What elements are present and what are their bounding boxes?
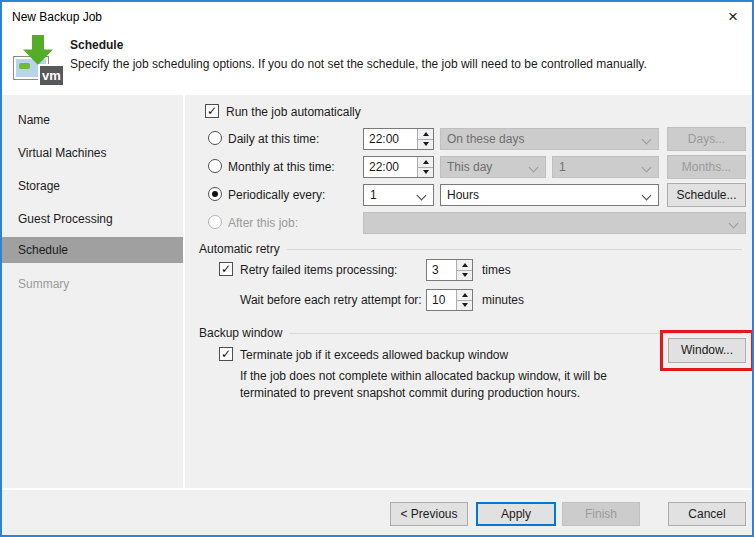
retry-wait-minutes-input[interactable]: 10 <box>426 289 473 311</box>
step-description: Specify the job scheduling options. If y… <box>70 57 647 71</box>
check-icon: ✓ <box>221 348 231 360</box>
schedule-settings-panel: ✓ Run the job automatically Daily at thi… <box>187 95 752 488</box>
wizard-steps-sidebar: Name Virtual Machines Storage Guest Proc… <box>2 95 185 488</box>
monthly-time-down-button[interactable] <box>418 167 433 178</box>
run-automatically-label: Run the job automatically <box>226 104 361 120</box>
backup-window-group-header: Backup window <box>199 326 742 340</box>
sidebar-item-summary: Summary <box>2 271 183 297</box>
after-job-select <box>363 212 746 234</box>
chevron-down-icon <box>642 191 652 201</box>
daily-time-up-button[interactable] <box>418 129 433 139</box>
retry-times-suffix: times <box>482 262 511 278</box>
retry-count-down-button[interactable] <box>457 270 472 281</box>
chevron-down-icon <box>529 163 539 173</box>
after-job-radio <box>208 215 222 229</box>
monthly-time-value: 22:00 <box>364 157 417 177</box>
retry-wait-down-button[interactable] <box>457 300 472 311</box>
previous-button[interactable]: < Previous <box>390 502 468 526</box>
periodically-radio[interactable] <box>208 187 222 201</box>
after-job-label: After this job: <box>228 215 298 231</box>
chevron-down-icon <box>642 163 652 173</box>
backup-window-title: Backup window <box>199 326 282 340</box>
chevron-down-icon <box>417 191 427 201</box>
schedule-button[interactable]: Schedule... <box>667 183 746 207</box>
terminate-job-label: Terminate job if it exceeds allowed back… <box>240 347 508 363</box>
months-button: Months... <box>667 155 746 179</box>
apply-button[interactable]: Apply <box>476 502 556 526</box>
cancel-button[interactable]: Cancel <box>668 502 746 526</box>
monthly-label: Monthly at this time: <box>228 159 335 175</box>
backup-window-description-line2: terminated to prevent snapshot commit du… <box>240 385 580 401</box>
monthly-time-input[interactable]: 22:00 <box>363 156 434 178</box>
sidebar-item-storage[interactable]: Storage <box>2 173 183 199</box>
terminate-job-checkbox[interactable]: ✓ <box>219 347 233 361</box>
window-title: New Backup Job <box>12 10 102 24</box>
monthly-day-select: This day <box>440 156 546 178</box>
group-divider-line <box>289 333 742 334</box>
sidebar-item-schedule[interactable]: Schedule <box>2 237 183 263</box>
window-button[interactable]: Window... <box>668 338 746 363</box>
retry-wait-up-button[interactable] <box>457 290 472 300</box>
close-icon[interactable]: × <box>728 8 738 26</box>
check-icon: ✓ <box>221 263 231 275</box>
daily-label: Daily at this time: <box>228 131 319 147</box>
retry-wait-minutes-value: 10 <box>427 290 456 310</box>
periodically-unit-select[interactable]: Hours <box>440 184 659 206</box>
step-title: Schedule <box>70 38 123 52</box>
automatic-retry-group-header: Automatic retry <box>199 242 742 256</box>
retry-count-input[interactable]: 3 <box>426 259 473 281</box>
vm-badge: vm <box>38 64 63 85</box>
monthly-time-up-button[interactable] <box>418 157 433 167</box>
daily-time-down-button[interactable] <box>418 139 433 150</box>
wait-before-retry-label: Wait before each retry attempt for: <box>240 292 422 308</box>
backup-job-icon: vm <box>13 35 63 85</box>
automatic-retry-title: Automatic retry <box>199 242 280 256</box>
backup-window-description-line1: If the job does not complete within allo… <box>240 368 607 384</box>
sidebar-item-virtual-machines[interactable]: Virtual Machines <box>2 140 183 166</box>
check-icon: ✓ <box>207 105 217 117</box>
sidebar-item-name[interactable]: Name <box>2 107 183 133</box>
chevron-down-icon <box>729 219 739 229</box>
retry-count-up-button[interactable] <box>457 260 472 270</box>
periodically-label: Periodically every: <box>228 187 325 203</box>
retry-count-value: 3 <box>427 260 456 280</box>
retry-minutes-suffix: minutes <box>482 292 524 308</box>
retry-failed-items-checkbox[interactable]: ✓ <box>219 262 233 276</box>
sidebar-item-guest-processing[interactable]: Guest Processing <box>2 206 183 232</box>
daily-time-value: 22:00 <box>364 129 417 149</box>
monthly-radio[interactable] <box>208 159 222 173</box>
days-button: Days... <box>667 127 746 151</box>
new-backup-job-dialog: New Backup Job × vm Schedule Specify the… <box>0 0 754 537</box>
daily-time-input[interactable]: 22:00 <box>363 128 434 150</box>
wizard-footer: < Previous Apply Finish Cancel <box>2 488 752 535</box>
monthly-day-number-select: 1 <box>552 156 659 178</box>
retry-failed-items-label: Retry failed items processing: <box>240 262 397 278</box>
finish-button: Finish <box>562 502 640 526</box>
periodically-interval-select[interactable]: 1 <box>363 184 434 206</box>
daily-radio[interactable] <box>208 131 222 145</box>
chevron-down-icon <box>642 135 652 145</box>
group-divider-line <box>287 249 742 250</box>
run-automatically-checkbox[interactable]: ✓ <box>205 104 219 118</box>
header-band: New Backup Job × vm Schedule Specify the… <box>2 2 752 95</box>
daily-days-select: On these days <box>440 128 659 150</box>
